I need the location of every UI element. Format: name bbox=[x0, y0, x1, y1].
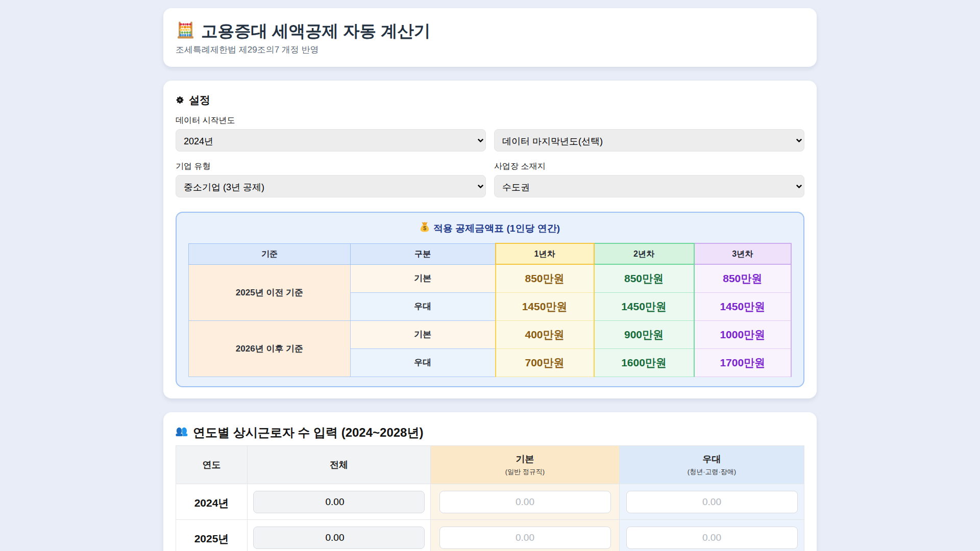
svg-text:$: $ bbox=[423, 225, 426, 231]
